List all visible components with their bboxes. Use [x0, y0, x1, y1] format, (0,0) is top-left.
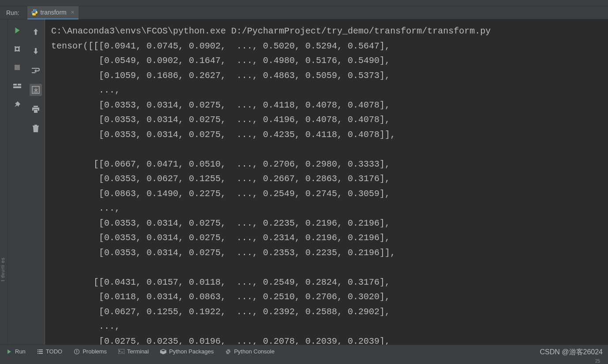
list-icon — [37, 349, 43, 355]
clear-all-button[interactable] — [30, 123, 42, 135]
print-button[interactable] — [30, 103, 42, 115]
svg-point-0 — [33, 10, 34, 10]
svg-rect-2 — [15, 65, 20, 70]
close-icon[interactable]: × — [71, 9, 75, 15]
pin-button[interactable] — [12, 100, 22, 109]
bottom-console-label: Python Console — [234, 348, 274, 355]
run-tool-window-body: t dvurti es — [0, 19, 608, 345]
tool-window-stripe-left: t dvurti es — [0, 19, 8, 345]
svg-rect-8 — [38, 349, 38, 350]
warning-icon — [74, 349, 80, 355]
svg-rect-4 — [18, 84, 21, 85]
python-icon — [225, 349, 231, 355]
run-label: Run: — [6, 9, 19, 16]
bottom-todo-label: TODO — [46, 348, 62, 355]
up-arrow-button[interactable] — [30, 26, 42, 38]
status-right-number: 25 — [595, 359, 600, 364]
left-stripe-text: t dvurti es — [0, 257, 5, 281]
run-tab-name: transform — [41, 9, 67, 16]
svg-rect-3 — [13, 84, 17, 85]
svg-rect-13 — [39, 353, 43, 354]
svg-rect-9 — [39, 349, 43, 350]
console-text: C:\Anaconda3\envs\FCOS\python.exe D:/Pyc… — [51, 24, 608, 345]
top-strip — [0, 0, 608, 6]
svg-rect-16 — [76, 352, 77, 353]
svg-rect-10 — [38, 351, 38, 352]
bottom-terminal-button[interactable]: Terminal — [118, 348, 149, 355]
console-gutter-toolbar — [26, 19, 45, 345]
svg-rect-7 — [34, 92, 38, 93]
bottom-packages-button[interactable]: Python Packages — [160, 348, 214, 355]
down-arrow-button[interactable] — [30, 45, 42, 57]
soft-wrap-button[interactable] — [30, 64, 42, 77]
svg-rect-12 — [38, 353, 38, 354]
bottom-todo-button[interactable]: TODO — [37, 348, 62, 355]
status-bar: 25 — [0, 358, 608, 364]
bottom-packages-label: Python Packages — [169, 348, 214, 355]
settings-button[interactable] — [12, 44, 22, 54]
console-output-area[interactable]: C:\Anaconda3\envs\FCOS\python.exe D:/Pyc… — [45, 19, 608, 345]
svg-rect-17 — [118, 349, 124, 354]
bottom-console-button[interactable]: Python Console — [225, 348, 274, 355]
play-icon — [6, 349, 12, 355]
bottom-tool-bar: Run TODO Problems Terminal Python Packag… — [0, 345, 608, 358]
bottom-run-button[interactable]: Run — [6, 348, 26, 355]
bottom-terminal-label: Terminal — [127, 348, 149, 355]
stop-button[interactable] — [12, 63, 22, 72]
scroll-to-end-button[interactable] — [30, 84, 42, 96]
run-tool-window-header: Run: transform × — [0, 6, 608, 19]
svg-rect-15 — [76, 350, 77, 352]
packages-icon — [160, 349, 166, 355]
bottom-problems-label: Problems — [83, 348, 107, 355]
svg-point-1 — [35, 14, 35, 15]
rerun-button[interactable] — [12, 26, 22, 35]
run-tab-transform[interactable]: transform × — [27, 6, 79, 19]
bottom-run-label: Run — [15, 348, 26, 355]
svg-rect-11 — [39, 351, 43, 352]
bottom-problems-button[interactable]: Problems — [74, 348, 107, 355]
layout-button[interactable] — [12, 81, 22, 91]
python-file-icon — [31, 9, 38, 16]
run-action-toolbar — [8, 19, 26, 345]
terminal-icon — [118, 349, 124, 355]
svg-rect-5 — [13, 86, 21, 88]
